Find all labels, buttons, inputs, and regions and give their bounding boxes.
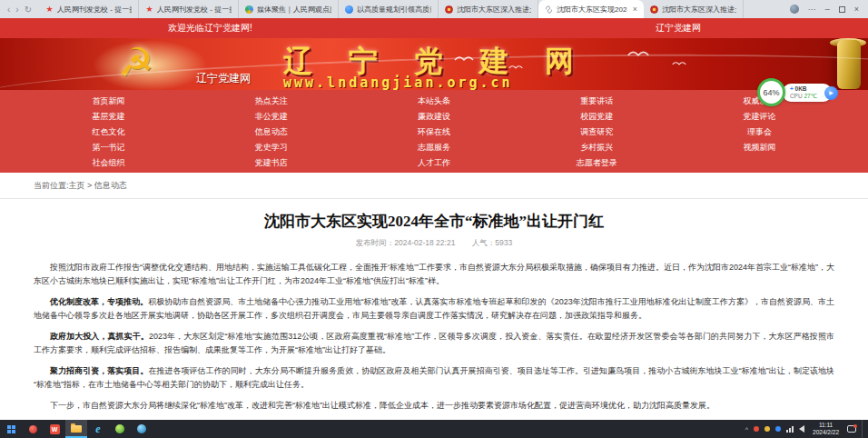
gold-pillar-decoration: [837, 40, 861, 89]
tray-red-icon[interactable]: [754, 426, 759, 432]
taskbar-app-wps[interactable]: W: [44, 420, 65, 438]
paragraph-lead: 聚力招商引资，落实项目。: [50, 366, 148, 375]
tray-blue-icon[interactable]: [775, 426, 781, 432]
paragraph-text: 2023年，大东区划定“标准地”实施范围312公顷，区政府高度重视“标准地”工作…: [34, 332, 834, 354]
back-icon[interactable]: ‹: [7, 5, 10, 15]
nav-item[interactable]: 首页新闻: [27, 95, 190, 106]
tab-title: 沈阳市大东区深入推进土地要素市: [662, 5, 736, 15]
nav-item[interactable]: 热点关注: [190, 95, 352, 106]
forward-icon[interactable]: ›: [15, 5, 18, 15]
nav-item[interactable]: 志愿者登录: [516, 157, 678, 168]
nav-item[interactable]: 调查研究: [516, 126, 678, 137]
refresh-icon[interactable]: ↻: [25, 5, 32, 15]
star-favicon-icon: ★: [45, 5, 54, 14]
nav-item[interactable]: 人才工作: [352, 157, 515, 168]
profile-avatar[interactable]: [790, 5, 799, 14]
paragraph-text: 按照沈阳市政府工作报告“调整优化交通结构、用地结构，实施运输工具低碳化工程，全面…: [34, 263, 834, 285]
red-app-icon: [29, 425, 37, 433]
plus-icon: +: [790, 85, 794, 92]
taskbar-app-netease[interactable]: [22, 420, 44, 438]
nav-item[interactable]: 廉政建设: [352, 111, 515, 122]
info-favicon-icon: [345, 5, 353, 14]
taskbar-app-explorer[interactable]: [65, 420, 87, 438]
star-favicon-icon: ★: [145, 5, 153, 14]
clock-time: 11:11: [813, 422, 839, 429]
taskbar-app-ie[interactable]: e: [87, 420, 109, 438]
page-title: 沈阳市大东区实现2024年全市“标准地”出让开门红: [34, 211, 834, 232]
welcome-text: 欢迎光临辽宁党建网!: [168, 18, 252, 38]
tray-gold-icon[interactable]: [764, 426, 770, 432]
taskbar-clock[interactable]: 11:11 2024/2/22: [810, 422, 842, 436]
hidden-icons-chevron[interactable]: ^: [745, 426, 748, 433]
article: 沈阳市大东区实现2024年全市“标准地”出让开门红 发布时间：2024-02-1…: [0, 199, 868, 438]
nav-item[interactable]: 本站头条: [352, 95, 515, 106]
party-site-favicon-icon: [445, 5, 453, 14]
browser-tab[interactable]: 以高质量规划引领高质量发展—: [339, 0, 439, 18]
teal-browser-icon: [137, 424, 146, 433]
banner-site-name: 辽宁党建网: [196, 71, 251, 86]
paragraph-text: 积极协助市自然资源局、市土地储备中心强力推动工业用地“标准地”改革，认真落实市标…: [34, 297, 834, 320]
green-browser-icon: [115, 424, 124, 433]
browser-menu-icon[interactable]: ···: [808, 5, 816, 14]
system-tray: ^ 11:11 2024/2/22: [745, 420, 868, 438]
nav-item[interactable]: 志愿服务: [352, 142, 515, 153]
browser-tab[interactable]: 沈阳市大东区深入推进土地要素市: [644, 0, 744, 18]
site-banner: ☭ 辽宁党建网 辽宁党建网 www.lndangjian.org.cn: [0, 38, 868, 90]
nav-item[interactable]: 重要讲话: [516, 95, 678, 106]
link-favicon-icon: [545, 5, 553, 14]
folder-icon: [71, 425, 82, 433]
tab-title: 人民网刊发党校 - 提一提: [157, 5, 232, 15]
party-site-favicon-icon: [650, 5, 658, 14]
browser-tab[interactable]: ★ 人民网刊发党校 - 提一提: [139, 0, 239, 18]
nav-item[interactable]: 第一书记: [27, 142, 190, 153]
minimize-icon[interactable]: –: [825, 5, 830, 14]
browser-tab[interactable]: ★ 人民网刊发党校 - 提一提: [39, 0, 139, 18]
nav-item[interactable]: 党史学习: [190, 142, 352, 153]
tab-title: 沈阳市大东区实现2024年全市…: [557, 5, 627, 15]
browser-nav-buttons: ‹ › ↻: [0, 0, 39, 18]
nav-item[interactable]: 视频新闻: [678, 142, 841, 153]
nav-item[interactable]: 党建评论: [678, 111, 841, 122]
notification-badge: [853, 424, 857, 428]
site-home-link[interactable]: 辽宁党建网: [656, 18, 701, 38]
nav-item[interactable]: 非公党建: [190, 111, 352, 122]
nav-item[interactable]: 校园党建: [516, 111, 678, 122]
taskbar-app-360[interactable]: [109, 420, 131, 438]
browser-tab[interactable]: 媒体聚焦｜人民网观点频道刊发党: [239, 0, 339, 18]
volume-icon[interactable]: [799, 425, 804, 433]
nav-item[interactable]: 基层党建: [27, 111, 190, 122]
tab-title: 人民网刊发党校 - 提一提: [57, 5, 132, 15]
nav-item[interactable]: 环保在线: [352, 126, 515, 137]
article-paragraph: 按照沈阳市政府工作报告“调整优化交通结构、用地结构，实施运输工具低碳化工程，全面…: [34, 261, 834, 288]
browser-speed-widget[interactable]: 64% + 0KB CPU 27℃ ▶: [757, 78, 832, 106]
banner-title: 辽宁党建网: [283, 42, 610, 82]
network-icon[interactable]: [786, 426, 794, 433]
paragraph-text: 下一步，市自然资源大东分局将继续深化“标准地”改革，改进和完善“标准地”出让模式…: [50, 401, 715, 410]
screen: ‹ › ↻ ★ 人民网刊发党校 - 提一提 ★ 人民网刊发党校 - 提一提 媒体…: [0, 0, 868, 438]
tab-title: 沈阳市大东区深入推进土地要素市: [457, 5, 531, 15]
nav-item[interactable]: 乡村振兴: [516, 142, 678, 153]
tab-close-icon[interactable]: ×: [631, 5, 637, 14]
start-button[interactable]: [0, 420, 22, 438]
taskbar-app-browser[interactable]: [131, 420, 153, 438]
welcome-bar: 欢迎光临辽宁党建网! 辽宁党建网: [0, 18, 868, 38]
breadcrumb-label: 当前位置:: [34, 180, 69, 192]
windows-logo-icon: [7, 425, 15, 433]
speed-stats-pill: + 0KB CPU 27℃ ▶: [783, 84, 832, 102]
nav-item[interactable]: 社会组织: [27, 157, 190, 168]
show-desktop-button[interactable]: [862, 420, 865, 438]
breadcrumb-path[interactable]: 主页 > 信息动态: [69, 180, 127, 192]
close-window-icon[interactable]: ×: [854, 5, 859, 14]
nav-item[interactable]: 红色文化: [27, 126, 190, 137]
nav-item[interactable]: 理事会: [678, 126, 841, 137]
notification-center-icon[interactable]: [847, 425, 856, 433]
banner-url: www.lndangjian.org.cn: [283, 75, 513, 90]
boost-rocket-icon[interactable]: ▶: [824, 86, 838, 100]
browser-tab[interactable]: 沈阳市大东区深入推进土地要素市: [439, 0, 538, 18]
window-controls: ··· – ×: [781, 0, 868, 18]
cpu-label: CPU: [790, 93, 803, 99]
nav-item[interactable]: 党建书店: [190, 157, 352, 168]
browser-tab-active[interactable]: 沈阳市大东区实现2024年全市… ×: [538, 0, 644, 18]
maximize-icon[interactable]: [839, 6, 845, 13]
nav-item[interactable]: 信息动态: [190, 126, 352, 137]
